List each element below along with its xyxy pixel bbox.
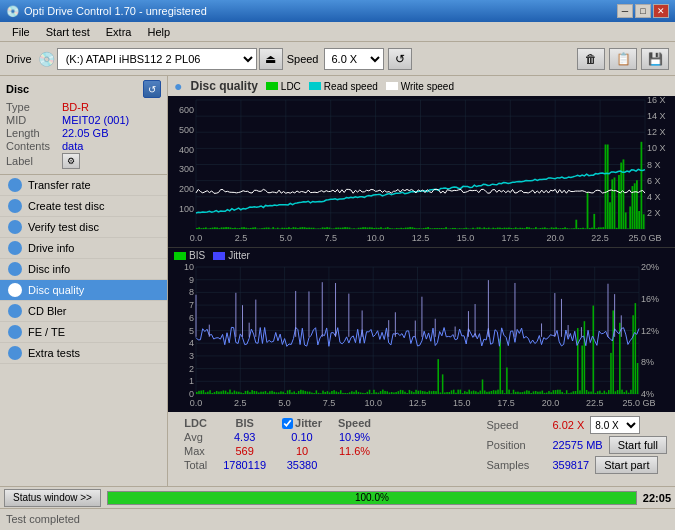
nav-drive-info[interactable]: Drive info <box>0 238 167 259</box>
col-header-speed: Speed <box>330 416 379 430</box>
nav-list: Transfer rate Create test disc Verify te… <box>0 175 167 364</box>
app-icon: 💿 <box>6 5 20 18</box>
nav-label-create-test-disc: Create test disc <box>28 200 104 212</box>
position-label: Position <box>486 439 546 451</box>
disc-length-value: 22.05 GB <box>62 127 108 139</box>
disc-length-label: Length <box>6 127 62 139</box>
nav-disc-quality[interactable]: Disc quality <box>0 280 167 301</box>
jitter-label: Jitter <box>295 417 322 429</box>
disc-label-label: Label <box>6 155 62 167</box>
avg-label: Avg <box>176 430 215 444</box>
samples-value: 359817 <box>552 459 589 471</box>
title-bar: 💿 Opti Drive Control 1.70 - unregistered… <box>0 0 675 22</box>
nav-verify-test-disc[interactable]: Verify test disc <box>0 217 167 238</box>
max-jitter: 11.6% <box>330 444 379 458</box>
total-bis: 35380 <box>274 458 330 472</box>
charts-area: BIS Jitter <box>168 96 675 412</box>
test-completed-label: Test completed <box>0 509 675 529</box>
save-button[interactable]: 💾 <box>641 48 669 70</box>
legend-bis: BIS <box>174 250 205 261</box>
disc-title: Disc <box>6 83 29 95</box>
nav-extra-tests[interactable]: Extra tests <box>0 343 167 364</box>
nav-disc-info[interactable]: Disc info <box>0 259 167 280</box>
drive-select[interactable]: (K:) ATAPI iHBS112 2 PL06 <box>57 48 257 70</box>
close-button[interactable]: ✕ <box>653 4 669 18</box>
minimize-button[interactable]: ─ <box>617 4 633 18</box>
avg-bis: 0.10 <box>274 430 330 444</box>
nav-fe-te[interactable]: FE / TE <box>0 322 167 343</box>
disc-type-label: Type <box>6 101 62 113</box>
legend-jitter: Jitter <box>213 250 250 261</box>
nav-label-extra-tests: Extra tests <box>28 347 80 359</box>
window-controls: ─ □ ✕ <box>617 4 669 18</box>
legend-read-speed-label: Read speed <box>324 81 378 92</box>
menu-extra[interactable]: Extra <box>98 24 140 40</box>
refresh-button[interactable]: ↺ <box>388 48 412 70</box>
chart-title: Disc quality <box>190 79 257 93</box>
nav-label-fe-te: FE / TE <box>28 326 65 338</box>
menu-help[interactable]: Help <box>139 24 178 40</box>
legend-read-speed: Read speed <box>309 81 378 92</box>
max-bis: 10 <box>274 444 330 458</box>
chart-header: ● Disc quality LDC Read speed Write spee… <box>168 76 675 96</box>
position-row: Position 22575 MB Start full <box>486 436 667 454</box>
col-header-jitter-check: Jitter <box>274 416 330 430</box>
progress-text: 100.0% <box>108 492 636 504</box>
bottom-area: Status window >> 100.0% 22:05 Test compl… <box>0 486 675 530</box>
menu-file[interactable]: File <box>4 24 38 40</box>
nav-label-drive-info: Drive info <box>28 242 74 254</box>
disc-type-value: BD-R <box>62 101 89 113</box>
nav-label-disc-quality: Disc quality <box>28 284 84 296</box>
avg-ldc: 4.93 <box>215 430 274 444</box>
jitter-checkbox[interactable] <box>282 418 293 429</box>
speed-stat-select[interactable]: 8.0 X <box>590 416 640 434</box>
drive-label: Drive <box>6 53 32 65</box>
left-panel: Disc ↺ Type BD-R MID MEIT02 (001) Length… <box>0 76 168 486</box>
nav-label-verify-test-disc: Verify test disc <box>28 221 99 233</box>
legend-ldc: LDC <box>266 81 301 92</box>
start-full-button[interactable]: Start full <box>609 436 667 454</box>
nav-icon-disc-quality <box>8 283 22 297</box>
bis-chart: BIS Jitter <box>168 248 675 412</box>
samples-label: Samples <box>486 459 546 471</box>
main-area: Disc ↺ Type BD-R MID MEIT02 (001) Length… <box>0 76 675 486</box>
nav-icon-create-test-disc <box>8 199 22 213</box>
position-value: 22575 MB <box>552 439 602 451</box>
speed-row: Speed 6.02 X 8.0 X <box>486 416 667 434</box>
drive-eject-button[interactable]: ⏏ <box>259 48 283 70</box>
nav-label-disc-info: Disc info <box>28 263 70 275</box>
disc-mid-value: MEIT02 (001) <box>62 114 129 126</box>
menu-start-test[interactable]: Start test <box>38 24 98 40</box>
legend-write-speed-color <box>386 82 398 90</box>
disc-section: Disc ↺ Type BD-R MID MEIT02 (001) Length… <box>0 76 167 175</box>
disc-refresh-button[interactable]: ↺ <box>143 80 161 98</box>
stats-area: LDC BIS Jitter Speed <box>168 412 675 486</box>
nav-icon-extra-tests <box>8 346 22 360</box>
nav-icon-fe-te <box>8 325 22 339</box>
legend-ldc-color <box>266 82 278 90</box>
menu-bar: File Start test Extra Help <box>0 22 675 42</box>
disc-mid-label: MID <box>6 114 62 126</box>
legend-jitter-label: Jitter <box>228 250 250 261</box>
disc-contents-value: data <box>62 140 83 152</box>
col-header-bis: BIS <box>215 416 274 430</box>
nav-cd-bler[interactable]: CD Bler <box>0 301 167 322</box>
app-title: 💿 Opti Drive Control 1.70 - unregistered <box>6 5 207 18</box>
copy-button[interactable]: 📋 <box>609 48 637 70</box>
max-label: Max <box>176 444 215 458</box>
avg-jitter: 10.9% <box>330 430 379 444</box>
erase-button[interactable]: 🗑 <box>577 48 605 70</box>
samples-row: Samples 359817 Start part <box>486 456 667 474</box>
maximize-button[interactable]: □ <box>635 4 651 18</box>
nav-transfer-rate[interactable]: Transfer rate <box>0 175 167 196</box>
speed-select[interactable]: 6.0 X <box>324 48 384 70</box>
bis-canvas <box>168 263 675 412</box>
speed-stat-value: 6.02 X <box>552 419 584 431</box>
start-part-button[interactable]: Start part <box>595 456 658 474</box>
nav-create-test-disc[interactable]: Create test disc <box>0 196 167 217</box>
nav-icon-verify-test-disc <box>8 220 22 234</box>
disc-label-button[interactable]: ⚙ <box>62 153 80 169</box>
status-window-button[interactable]: Status window >> <box>4 489 101 507</box>
nav-icon-cd-bler <box>8 304 22 318</box>
legend-jitter-color <box>213 252 225 260</box>
